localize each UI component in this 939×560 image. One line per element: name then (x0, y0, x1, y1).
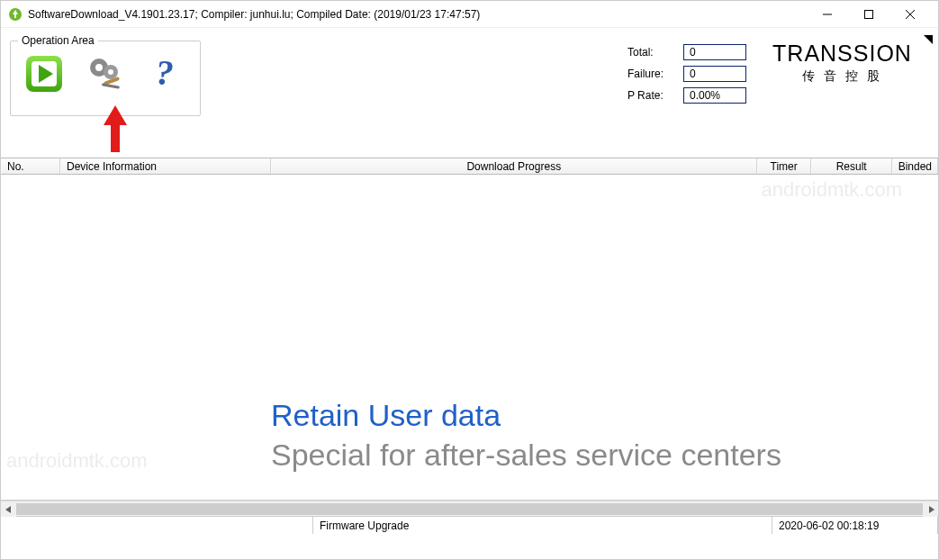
watermark-text: androidmtk.com (761, 178, 902, 202)
col-device-information[interactable]: Device Information (60, 158, 271, 174)
table-body: androidmtk.com androidmtk.com Retain Use… (1, 175, 938, 501)
maximize-button[interactable] (848, 1, 889, 28)
status-mode: Firmware Upgrade (313, 517, 772, 534)
watermark-text: androidmtk.com (6, 449, 148, 473)
scroll-right-button[interactable] (923, 501, 938, 517)
window-controls (807, 1, 931, 28)
col-download-progress[interactable]: Download Progress (271, 158, 757, 174)
brand-name: TRANSSION (759, 41, 925, 67)
top-area: Operation Area (1, 28, 938, 118)
window-title: SoftwareDownload_V4.1901.23.17; Compiler… (28, 8, 807, 21)
col-no[interactable]: No. (1, 158, 60, 174)
prate-value: 0.00% (683, 87, 746, 104)
horizontal-scrollbar[interactable] (1, 501, 938, 516)
svg-point-10 (108, 69, 113, 75)
col-binded[interactable]: Binded (892, 158, 938, 174)
brand-subtitle: 传音控股 (764, 68, 925, 85)
svg-rect-2 (865, 10, 873, 18)
settings-button[interactable] (85, 52, 126, 95)
help-button[interactable]: ? (146, 52, 187, 95)
device-table: No. Device Information Download Progress… (1, 158, 938, 516)
col-timer[interactable]: Timer (757, 158, 811, 174)
total-label: Total: (628, 46, 678, 59)
overlay-retain-user-data: Retain User data (271, 398, 501, 433)
table-header: No. Device Information Download Progress… (1, 158, 938, 175)
svg-rect-12 (102, 83, 120, 88)
close-button[interactable] (889, 1, 931, 28)
svg-text:?: ? (156, 54, 174, 93)
prate-label: P Rate: (628, 89, 678, 102)
app-icon (8, 7, 23, 22)
col-result[interactable]: Result (811, 158, 892, 174)
brand-logo: TRANSSION 传音控股 (759, 41, 925, 85)
status-cell-1 (1, 517, 313, 534)
status-bar: Firmware Upgrade 2020-06-02 00:18:19 (1, 516, 938, 534)
titlebar: SoftwareDownload_V4.1901.23.17; Compiler… (1, 1, 938, 28)
total-value: 0 (683, 44, 746, 60)
failure-value: 0 (683, 66, 746, 82)
minimize-button[interactable] (807, 1, 848, 28)
start-button[interactable] (23, 52, 65, 95)
overlay-after-sales: Special for after-sales service centers (271, 438, 781, 473)
stats-panel: Total: 0 Failure: 0 P Rate: 0.00% (628, 44, 746, 104)
status-datetime: 2020-06-02 00:18:19 (772, 517, 938, 534)
scroll-track[interactable] (16, 501, 923, 516)
scroll-thumb[interactable] (16, 503, 923, 515)
arrow-indicator-icon (104, 105, 127, 152)
svg-point-8 (95, 64, 103, 71)
scroll-left-button[interactable] (1, 501, 16, 517)
brand-mark-icon (924, 35, 933, 44)
failure-label: Failure: (628, 68, 678, 80)
operation-area-legend: Operation Area (18, 34, 98, 47)
